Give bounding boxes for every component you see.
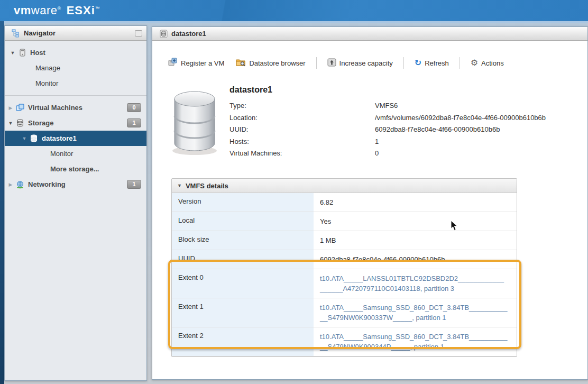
table-row-extent-2: Extent 2 t10.ATA_____Samsung_SSD_860_DCT… <box>172 327 517 356</box>
increase-capacity-icon <box>327 58 336 68</box>
vmfs-details-header[interactable]: ▼ VMFS details <box>172 179 517 193</box>
refresh-icon: ↻ <box>415 59 421 67</box>
datastore-window-header: datastore1 <box>152 27 587 41</box>
increase-capacity-button[interactable]: Increase capacity <box>324 56 396 70</box>
actions-gear-icon: ⚙ <box>471 59 478 67</box>
navigator-header: Navigator <box>5 26 146 41</box>
sidebar-item-label: Virtual Machines <box>28 104 82 112</box>
esxi-app: vmware®ESXi™ Navigator ▼ Host Manage <box>0 0 588 384</box>
caret-down-icon[interactable]: ▼ <box>8 121 13 126</box>
register-vm-label: Register a VM <box>181 59 224 67</box>
field-label: Location: <box>229 112 375 124</box>
navigator-panel: Navigator ▼ Host Manage Monitor ▶ <box>4 25 147 381</box>
row-label: Extent 2 <box>172 327 314 356</box>
sidebar-item-label: Monitor <box>50 150 73 158</box>
caret-right-icon[interactable]: ▶ <box>8 182 13 187</box>
caret-down-icon[interactable]: ▼ <box>22 136 27 141</box>
sidebar-item-label: More storage... <box>50 165 99 173</box>
row-label: Local <box>172 212 314 231</box>
extent-0-device-link[interactable]: t10.ATA_____LANSSL01TBTLC92DSBD2D2______… <box>314 269 510 298</box>
navigator-title: Navigator <box>24 29 56 37</box>
sidebar-item-networking[interactable]: ▶ Networking 1 <box>5 177 146 192</box>
summary-field-type: Type: VMFS6 <box>229 100 546 112</box>
top-banner: vmware®ESXi™ <box>0 0 588 21</box>
field-value: 6092dba8-f7e8c04e-4f66-00900b610b6b <box>375 124 500 136</box>
extent-1-device-link[interactable]: t10.ATA_____Samsung_SSD_860_DCT_3.84TB__… <box>314 298 513 327</box>
table-row-extent-1: Extent 1 t10.ATA_____Samsung_SSD_860_DCT… <box>172 298 517 327</box>
field-label: Type: <box>229 100 375 112</box>
logo-ware: ware <box>31 4 58 17</box>
sidebar-item-host[interactable]: ▼ Host <box>5 45 146 60</box>
datastore-browser-icon <box>236 58 246 68</box>
caret-down-icon[interactable]: ▼ <box>10 50 15 56</box>
sidebar-divider <box>5 95 146 96</box>
table-row-local: Local Yes <box>172 212 517 231</box>
window-title: datastore1 <box>171 30 206 38</box>
logo-reg-mark: ® <box>57 6 61 11</box>
register-vm-icon <box>168 58 178 68</box>
datastore-browser-button[interactable]: Datastore browser <box>233 56 308 70</box>
storage-count-badge: 1 <box>127 118 141 127</box>
sidebar-item-datastore-monitor[interactable]: Monitor <box>5 146 146 161</box>
row-value: 6.82 <box>314 193 339 212</box>
sidebar-item-more-storage[interactable]: More storage... <box>5 161 146 177</box>
row-value: Yes <box>314 212 337 231</box>
vm-count-badge: 0 <box>127 103 141 112</box>
sidebar-item-virtual-machines[interactable]: ▶ Virtual Machines 0 <box>5 100 146 115</box>
table-row-version: Version 6.82 <box>172 193 517 212</box>
toolbar-separator <box>403 57 404 69</box>
logo-product: ESXi <box>67 4 95 17</box>
datastore-summary: datastore1 Type: VMFS6 Location: /vmfs/v… <box>152 70 587 160</box>
row-label: Extent 1 <box>172 298 314 327</box>
datastore-icon <box>29 134 39 143</box>
refresh-label: Refresh <box>425 59 449 67</box>
sidebar-item-manage[interactable]: Manage <box>5 60 146 76</box>
extent-2-device-link[interactable]: t10.ATA_____Samsung_SSD_860_DCT_3.84TB__… <box>314 327 513 356</box>
summary-field-uuid: UUID: 6092dba8-f7e8c04e-4f66-00900b610b6… <box>229 124 546 136</box>
vmware-esxi-logo: vmware®ESXi™ <box>14 4 100 17</box>
field-label: UUID: <box>229 124 375 136</box>
datastore-browser-label: Datastore browser <box>249 59 305 67</box>
summary-field-vms: Virtual Machines: 0 <box>229 148 546 160</box>
datastore-large-icon <box>167 84 225 160</box>
left-edge-strip <box>0 21 4 384</box>
actions-button[interactable]: ⚙ Actions <box>467 57 507 69</box>
collapse-triangle-icon: ▼ <box>177 183 182 188</box>
storage-icon <box>15 119 25 127</box>
register-vm-button[interactable]: Register a VM <box>165 56 227 70</box>
row-label: UUID <box>172 250 314 269</box>
field-value: 1 <box>375 136 379 148</box>
toolbar-separator <box>316 57 317 69</box>
sidebar-item-datastore1[interactable]: ▼ datastore1 <box>5 131 146 146</box>
row-label: Extent 0 <box>172 269 314 298</box>
refresh-button[interactable]: ↻ Refresh <box>411 57 452 69</box>
sidebar-item-monitor[interactable]: Monitor <box>5 76 146 91</box>
field-value: VMFS6 <box>375 100 398 112</box>
sidebar-item-label: Monitor <box>35 79 58 87</box>
logo-vm: vm <box>14 4 31 17</box>
field-label: Virtual Machines: <box>229 148 375 160</box>
navigator-tree: ▼ Host Manage Monitor ▶ Virtual Machines… <box>5 41 146 192</box>
virtual-machines-icon <box>15 104 25 112</box>
sidebar-item-storage[interactable]: ▼ Storage 1 <box>5 115 146 131</box>
vmfs-details-title: VMFS details <box>186 182 228 190</box>
vmfs-details-panel: ▼ VMFS details Version 6.82 Local Yes Bl… <box>171 178 517 357</box>
datastore-panel: datastore1 Register a VM Datastore brows… <box>152 26 588 380</box>
host-icon <box>17 49 27 57</box>
field-value: 0 <box>375 148 379 160</box>
sidebar-item-label: Networking <box>28 180 66 188</box>
row-label: Version <box>172 193 314 212</box>
datastore-window-icon <box>159 30 168 38</box>
collapse-panel-button[interactable] <box>135 30 142 36</box>
toolbar-separator <box>460 57 460 69</box>
field-value: /vmfs/volumes/6092dba8-f7e8c04e-4f66-009… <box>375 112 546 124</box>
summary-field-hosts: Hosts: 1 <box>229 136 546 148</box>
table-row-block-size: Block size 1 MB <box>172 231 517 250</box>
networking-count-badge: 1 <box>127 180 141 189</box>
field-label: Hosts: <box>229 136 375 148</box>
sidebar-item-label: Manage <box>35 64 60 72</box>
summary-title: datastore1 <box>229 85 546 95</box>
logo-tm-mark: ™ <box>95 6 100 11</box>
caret-right-icon[interactable]: ▶ <box>8 105 13 111</box>
increase-capacity-label: Increase capacity <box>339 59 393 67</box>
